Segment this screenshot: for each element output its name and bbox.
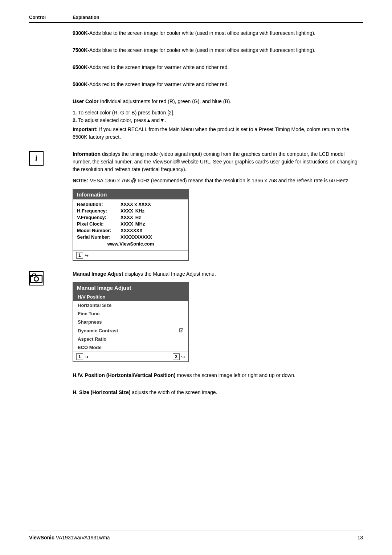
hsize-text: H. Size (Horizontal Size) adjusts the wi…	[73, 389, 363, 396]
row-9300k: 9300K-Adds blue to the screen image for …	[29, 29, 363, 41]
explanation-9300k: 9300K-Adds blue to the screen image for …	[73, 29, 363, 41]
user-color-text: User Color Individual adjustments for re…	[73, 98, 363, 105]
camera-icon	[30, 272, 43, 284]
info-footer: 1 ↪	[73, 250, 188, 260]
control-hsize	[29, 389, 73, 389]
row-user-color: User Color Individual adjustments for re…	[29, 98, 363, 145]
info-footer-num: 1	[76, 252, 83, 259]
user-color-bold: User Color	[73, 98, 99, 104]
info-value-hfreq: XXXX	[121, 208, 133, 214]
mia-footer-arrow2: ↪	[181, 354, 185, 360]
mia-footer-num1: 1	[76, 353, 83, 360]
information-box: Information Resolution: XXXX x XXXX H.Fr…	[73, 189, 189, 261]
hvposition-text: H./V. Position (Horizontal/Vertical Posi…	[73, 372, 363, 379]
svg-rect-3	[31, 276, 33, 277]
mia-footer-arrow1: ↪	[85, 354, 89, 360]
row-hvposition-desc: H./V. Position (Horizontal/Vertical Posi…	[29, 372, 363, 383]
important-text: If you select RECALL from the Main Menu …	[73, 126, 349, 140]
information-desc: displays the timing mode (video signal i…	[73, 151, 358, 172]
explanation-mia: Manual Image Adjust displays the Manual …	[73, 270, 363, 366]
mia-label-sharpness: Sharpness	[78, 319, 102, 325]
mia-box: Manual Image Adjust H/V Position Horizon…	[73, 282, 189, 362]
bold-6500k: 6500K-	[73, 64, 89, 70]
information-note: NOTE: VESA 1366 x 768 @ 60Hz (recommende…	[73, 177, 363, 185]
info-row-hfreq: H.Frequency: XXXX KHz	[77, 208, 184, 214]
info-box-title: Information	[73, 190, 188, 199]
mia-icon-box	[29, 271, 44, 285]
normal-7500k: Adds blue to the screen image for cooler…	[89, 47, 315, 53]
control-user-color	[29, 98, 73, 98]
mia-label-hvposition: H/V Position	[78, 294, 106, 300]
info-unit-hfreq: KHz	[135, 208, 144, 214]
mia-item-ecomode: ECO Mode	[73, 343, 188, 352]
page: Control Explanation 9300K-Adds blue to t…	[0, 0, 392, 555]
mia-label-finetune: Fine Tune	[78, 311, 99, 316]
control-7500k	[29, 46, 73, 47]
mia-item-aspectratio: Aspect Ratio	[73, 335, 188, 343]
explanation-hsize: H. Size (Horizontal Size) adjusts the wi…	[73, 389, 363, 400]
row-6500k: 6500K-Adds red to the screen image for w…	[29, 64, 363, 75]
normal-9300k: Adds blue to the screen image for cooler…	[89, 30, 315, 36]
info-label-serial: Serial Number:	[77, 234, 121, 240]
info-label-model: Model Number:	[77, 228, 121, 233]
control-hvposition	[29, 372, 73, 372]
mia-footer-num2: 2	[173, 353, 180, 360]
control-header: Control	[29, 15, 73, 20]
control-5000k	[29, 81, 73, 81]
svg-point-1	[34, 277, 38, 281]
table-header: Control Explanation	[29, 15, 363, 23]
mia-text: Manual Image Adjust displays the Manual …	[73, 270, 363, 278]
explanation-user-color: User Color Individual adjustments for re…	[73, 98, 363, 145]
info-value-pixelclock: XXXX	[121, 221, 133, 227]
hvposition-desc: moves the screen image left or right and…	[177, 372, 295, 378]
text-5000k: 5000K-Adds red to the screen image for w…	[73, 81, 363, 88]
info-footer-arrow: ↪	[85, 253, 89, 258]
info-label-resolution: Resolution:	[77, 202, 121, 207]
row-hsize-desc: H. Size (Horizontal Size) adjusts the wi…	[29, 389, 363, 400]
info-value-serial: XXXXXXXXXX	[121, 234, 152, 240]
explanation-hvposition: H./V. Position (Horizontal/Vertical Posi…	[73, 372, 363, 383]
page-footer: ViewSonic VA1931wa/VA1931wma 13	[29, 531, 363, 540]
explanation-header: Explanation	[73, 15, 99, 20]
row-5000k: 5000K-Adds red to the screen image for w…	[29, 81, 363, 92]
explanation-5000k: 5000K-Adds red to the screen image for w…	[73, 81, 363, 92]
hvposition-bold: H./V. Position (Horizontal/Vertical Posi…	[73, 372, 175, 378]
mia-label-hsize: Horizontal Size	[78, 303, 111, 308]
mia-box-title: Manual Image Adjust	[73, 283, 188, 293]
control-6500k	[29, 64, 73, 64]
mia-desc: displays the Manual Image Adjust menu.	[124, 271, 216, 277]
mia-item-hvposition: H/V Position	[73, 293, 188, 301]
explanation-6500k: 6500K-Adds red to the screen image for w…	[73, 64, 363, 75]
control-information: i	[29, 150, 73, 166]
row-information: i Information displays the timing mode (…	[29, 150, 363, 264]
info-label-pixelclock: Pixel Clock:	[77, 221, 121, 227]
mia-item-sharpness: Sharpness	[73, 318, 188, 326]
bold-5000k: 5000K-	[73, 81, 89, 87]
explanation-information: Information displays the timing mode (vi…	[73, 150, 363, 264]
mia-item-dynamiccontrast: Dynamic Contrast ☑	[73, 326, 188, 335]
text-6500k: 6500K-Adds red to the screen image for w…	[73, 64, 363, 71]
note-text: VESA 1366 x 768 @ 60Hz (recommended) mea…	[90, 178, 350, 183]
information-bold: Information	[73, 151, 101, 157]
info-row-model: Model Number: XXXXXXX	[77, 228, 184, 233]
normal-5000k: Adds red to the screen image for warmer …	[89, 81, 229, 87]
information-text: Information displays the timing mode (vi…	[73, 150, 363, 173]
footer-brand-name: ViewSonic	[29, 535, 54, 540]
info-unit-vfreq: Hz	[135, 215, 141, 220]
footer-model: VA1931wa/VA1931wma	[56, 535, 110, 540]
mia-item-hsize: Horizontal Size	[73, 301, 188, 309]
info-url: www.ViewSonic.com	[77, 241, 184, 247]
info-row-serial: Serial Number: XXXXXXXXXX	[77, 234, 184, 240]
footer-brand: ViewSonic VA1931wa/VA1931wma	[29, 535, 110, 540]
info-row-resolution: Resolution: XXXX x XXXX	[77, 202, 184, 207]
note-bold: NOTE:	[73, 178, 89, 183]
mia-footer: 1 ↪ 2 ↪	[73, 352, 188, 361]
info-box-body: Resolution: XXXX x XXXX H.Frequency: XXX…	[73, 199, 188, 250]
hsize-desc: adjusts the width of the screen image.	[132, 389, 217, 395]
mia-item-finetune: Fine Tune	[73, 309, 188, 318]
info-row-vfreq: V.Frequency: XXXX Hz	[77, 215, 184, 220]
info-value-vfreq: XXXX	[121, 215, 133, 220]
mia-footer-left: 1 ↪	[76, 353, 89, 360]
important-bold: Important:	[73, 126, 98, 132]
normal-6500k: Adds red to the screen image for warmer …	[89, 64, 229, 70]
